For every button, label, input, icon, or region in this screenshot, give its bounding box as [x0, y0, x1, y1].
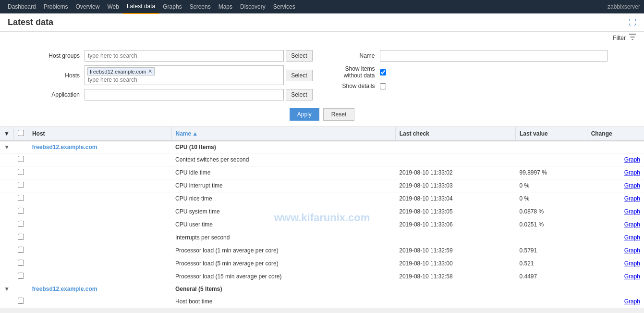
- show-items-row: Show items without data: [332, 65, 608, 79]
- nav-web[interactable]: Web: [103, 0, 122, 13]
- item-lastvalue: 0.0878 %: [515, 205, 587, 218]
- hosts-select-button[interactable]: Select: [286, 70, 312, 81]
- expand-icon[interactable]: ⛶: [629, 18, 636, 27]
- item-host-cell: [28, 231, 171, 244]
- item-lastcheck: 2019-08-10 11:33:02: [395, 166, 515, 179]
- item-graph-link[interactable]: Graph: [587, 218, 644, 231]
- show-items-checkbox[interactable]: [380, 69, 386, 75]
- collapse-all-icon[interactable]: ▼: [4, 130, 10, 137]
- graph-link[interactable]: Graph: [624, 195, 640, 202]
- item-checkbox[interactable]: [18, 156, 24, 162]
- graph-link[interactable]: Graph: [624, 156, 640, 163]
- data-table: ▼ Host Name▲ Last check Last value Chang…: [0, 127, 644, 308]
- item-host-cell: [28, 179, 171, 192]
- select-all-checkbox[interactable]: [18, 130, 24, 136]
- nav-graphs[interactable]: Graphs: [159, 0, 185, 13]
- item-expand: [0, 244, 13, 257]
- th-lastcheck: Last check: [395, 127, 515, 141]
- item-lastvalue: 0 %: [515, 179, 587, 192]
- item-graph-link[interactable]: Graph: [587, 295, 644, 308]
- application-select-button[interactable]: Select: [286, 89, 312, 100]
- host-tag-remove[interactable]: ✕: [148, 68, 152, 75]
- group-checkbox-cell: [13, 141, 28, 153]
- item-graph-link[interactable]: Graph: [587, 205, 644, 218]
- item-lastvalue: 99.8997 %: [515, 166, 587, 179]
- item-expand: [0, 153, 13, 166]
- hosts-search-input[interactable]: [87, 76, 281, 84]
- graph-link[interactable]: Graph: [624, 260, 640, 267]
- graph-link[interactable]: Graph: [624, 208, 640, 215]
- name-input[interactable]: [380, 50, 608, 62]
- nav-maps[interactable]: Maps: [215, 0, 236, 13]
- item-checkbox[interactable]: [18, 195, 24, 201]
- item-lastcheck: [395, 295, 515, 308]
- graph-link[interactable]: Graph: [624, 169, 640, 176]
- item-checkbox[interactable]: [18, 247, 24, 253]
- table-row: CPU interrupt time 2019-08-10 11:33:03 0…: [0, 179, 644, 192]
- item-graph-link[interactable]: Graph: [587, 244, 644, 257]
- item-checkbox-cell: [13, 295, 28, 308]
- item-checkbox[interactable]: [18, 273, 24, 279]
- th-name-sort-link[interactable]: Name▲: [176, 130, 198, 137]
- application-input[interactable]: [85, 89, 284, 100]
- item-graph-link[interactable]: Graph: [587, 257, 644, 270]
- item-name: Processor load (5 min average per core): [171, 257, 395, 270]
- table-header: ▼ Host Name▲ Last check Last value Chang…: [0, 127, 644, 141]
- item-checkbox[interactable]: [18, 234, 24, 240]
- item-checkbox[interactable]: [18, 221, 24, 227]
- graph-link[interactable]: Graph: [624, 298, 640, 305]
- graph-link[interactable]: Graph: [624, 221, 640, 228]
- item-checkbox[interactable]: [18, 298, 24, 304]
- item-name: Processor load (15 min average per core): [171, 270, 395, 283]
- group-host-name[interactable]: freebsd12.example.com: [28, 283, 171, 295]
- group-lastvalue: [515, 283, 587, 295]
- item-graph-link[interactable]: Graph: [587, 153, 644, 166]
- item-lastvalue: 0 %: [515, 192, 587, 205]
- show-details-checkbox[interactable]: [380, 83, 386, 89]
- th-collapse: ▼: [0, 127, 13, 141]
- reset-button[interactable]: Reset: [323, 108, 354, 121]
- nav-latest-data[interactable]: Latest data: [123, 0, 159, 14]
- nav-screens[interactable]: Screens: [186, 0, 215, 13]
- item-graph-link[interactable]: Graph: [587, 179, 644, 192]
- table-row: Processor load (1 min average per core) …: [0, 244, 644, 257]
- item-checkbox[interactable]: [18, 208, 24, 214]
- item-lastvalue: [515, 153, 587, 166]
- item-expand: [0, 295, 13, 308]
- item-name: Processor load (1 min average per core): [171, 244, 395, 257]
- item-checkbox[interactable]: [18, 260, 24, 266]
- item-host-cell: [28, 270, 171, 283]
- nav-dashboard[interactable]: Dashboard: [4, 0, 40, 13]
- application-label: Application: [36, 91, 85, 98]
- item-checkbox[interactable]: [18, 169, 24, 175]
- item-checkbox[interactable]: [18, 182, 24, 188]
- item-graph-link[interactable]: Graph: [587, 270, 644, 283]
- item-graph-link[interactable]: Graph: [587, 166, 644, 179]
- item-name: CPU idle time: [171, 166, 395, 179]
- graph-link[interactable]: Graph: [624, 182, 640, 189]
- filter-icon[interactable]: [629, 34, 636, 42]
- show-details-label: Show details: [332, 83, 380, 89]
- group-expand-icon[interactable]: ▼: [0, 141, 13, 153]
- nav-overview[interactable]: Overview: [72, 0, 103, 13]
- item-graph-link[interactable]: Graph: [587, 192, 644, 205]
- group-change: [587, 283, 644, 295]
- table-row: Processor load (15 min average per core)…: [0, 270, 644, 283]
- item-host-cell: [28, 244, 171, 257]
- apply-button[interactable]: Apply: [290, 108, 319, 121]
- graph-link[interactable]: Graph: [624, 273, 640, 280]
- group-expand-icon[interactable]: ▼: [0, 283, 13, 295]
- group-host-name[interactable]: freebsd12.example.com: [28, 141, 171, 153]
- item-graph-link[interactable]: Graph: [587, 231, 644, 244]
- hosts-input-wrapper[interactable]: freebsd12.example.com ✕: [85, 65, 284, 85]
- nav-services[interactable]: Services: [269, 0, 299, 13]
- host-groups-select-button[interactable]: Select: [286, 50, 312, 62]
- nav-problems[interactable]: Problems: [40, 0, 72, 13]
- graph-link[interactable]: Graph: [624, 247, 640, 254]
- th-name[interactable]: Name▲: [171, 127, 395, 141]
- item-name: Host boot time: [171, 295, 395, 308]
- host-groups-input[interactable]: [85, 50, 284, 62]
- graph-link[interactable]: Graph: [624, 234, 640, 241]
- item-host-cell: [28, 295, 171, 308]
- nav-discovery[interactable]: Discovery: [236, 0, 269, 13]
